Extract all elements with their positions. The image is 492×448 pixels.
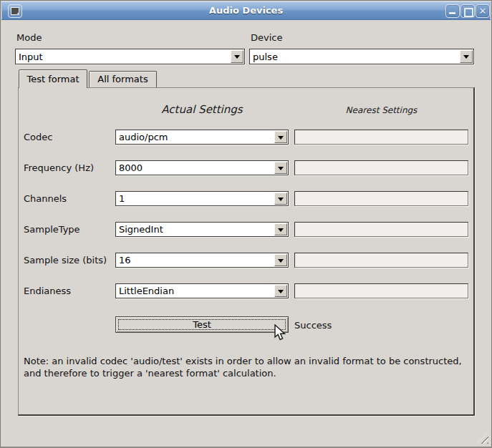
- window-titlebar[interactable]: Audio Devices ✕: [1, 1, 491, 20]
- down-triangle-icon: [278, 136, 284, 140]
- dropdown-arrow-icon[interactable]: [274, 162, 287, 174]
- endianess-combobox-value: LittleEndian: [119, 286, 174, 296]
- window-title: Audio Devices: [1, 5, 491, 16]
- frequency-nearest-field: [294, 160, 468, 175]
- down-triangle-icon: [234, 55, 240, 59]
- frequency-label: Frequency (Hz): [24, 162, 94, 173]
- minimize-button[interactable]: [445, 4, 460, 18]
- sampletype-label: SampleType: [24, 224, 80, 235]
- audio-devices-window: Audio Devices ✕ Mode Input Device pulse …: [0, 0, 492, 448]
- device-combobox-value: pulse: [253, 52, 278, 62]
- down-triangle-icon: [278, 228, 284, 232]
- down-triangle-icon: [278, 198, 284, 201]
- maximize-button[interactable]: [460, 4, 475, 18]
- device-label: Device: [251, 32, 282, 43]
- channels-label: Channels: [24, 193, 67, 204]
- codec-combobox[interactable]: audio/pcm: [115, 130, 289, 145]
- note-text: Note: an invalid codec 'audio/test' exis…: [24, 355, 469, 379]
- dropdown-arrow-icon[interactable]: [460, 50, 473, 63]
- down-triangle-icon: [463, 55, 469, 59]
- codec-nearest-field: [294, 130, 468, 145]
- dropdown-arrow-icon[interactable]: [274, 131, 287, 143]
- mode-combobox[interactable]: Input: [15, 49, 245, 64]
- dropdown-arrow-icon[interactable]: [274, 193, 287, 205]
- endianess-combobox[interactable]: LittleEndian: [115, 283, 289, 298]
- dropdown-arrow-icon[interactable]: [274, 285, 287, 297]
- down-triangle-icon: [278, 167, 284, 170]
- frequency-combobox[interactable]: 8000: [115, 160, 289, 175]
- dropdown-arrow-icon[interactable]: [274, 254, 287, 266]
- sampletype-combobox-value: SignedInt: [119, 224, 163, 235]
- down-triangle-icon: [278, 290, 284, 293]
- codec-label: Codec: [24, 132, 52, 142]
- samplesize-combobox[interactable]: 16: [115, 253, 289, 268]
- channels-nearest-field: [294, 191, 468, 206]
- resize-grip-icon[interactable]: [477, 432, 488, 444]
- test-button[interactable]: Test: [115, 316, 289, 333]
- sampletype-nearest-field: [294, 222, 468, 237]
- dropdown-arrow-icon[interactable]: [274, 223, 287, 235]
- endianess-nearest-field: [294, 283, 468, 298]
- tab-all-formats[interactable]: All formats: [89, 71, 157, 87]
- mode-label: Mode: [16, 32, 42, 43]
- nearest-settings-header: Nearest Settings: [294, 105, 468, 115]
- sampletype-combobox[interactable]: SignedInt: [115, 222, 289, 237]
- samplesize-combobox-value: 16: [119, 255, 131, 266]
- samplesize-label: Sample size (bits): [24, 255, 107, 266]
- endianess-label: Endianess: [24, 286, 71, 296]
- dropdown-arrow-icon[interactable]: [231, 50, 243, 63]
- device-combobox[interactable]: pulse: [249, 49, 474, 64]
- mode-combobox-value: Input: [19, 52, 43, 62]
- tab-test-format[interactable]: Test format: [19, 69, 87, 88]
- actual-settings-header: Actual Settings: [115, 103, 289, 116]
- test-status-label: Success: [294, 320, 332, 331]
- samplesize-nearest-field: [294, 253, 468, 268]
- channels-combobox-value: 1: [119, 193, 125, 204]
- codec-combobox-value: audio/pcm: [119, 132, 168, 142]
- cursor-arrow-icon: [274, 324, 289, 341]
- frequency-combobox-value: 8000: [119, 162, 143, 173]
- close-button[interactable]: ✕: [476, 4, 490, 18]
- channels-combobox[interactable]: 1: [115, 191, 289, 206]
- down-triangle-icon: [278, 259, 284, 263]
- close-icon: ✕: [476, 6, 489, 16]
